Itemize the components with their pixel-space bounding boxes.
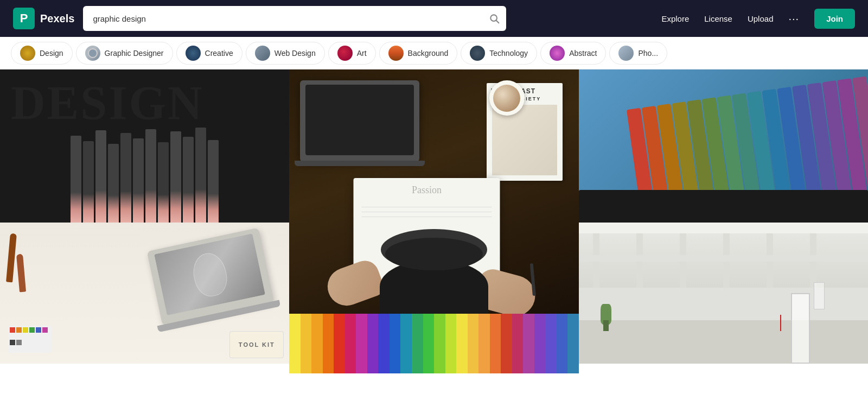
rainbow-bar (545, 314, 557, 373)
rainbow-bar (512, 314, 524, 373)
photo-design-pencils[interactable]: DESIGN (0, 69, 289, 223)
search-bar (83, 6, 506, 31)
rainbow-bar (523, 314, 534, 373)
category-label-web-design: Web Design (275, 49, 316, 58)
photo-workspace-tools[interactable]: TOOL KIT (0, 223, 289, 364)
nav-license[interactable]: License (704, 14, 732, 23)
category-abstract[interactable]: Abstract (540, 42, 606, 65)
category-background[interactable]: Background (379, 42, 458, 65)
rainbow-bar (412, 314, 423, 373)
category-thumb-web-design (255, 46, 270, 61)
grid-col-3 (579, 69, 868, 373)
rainbow-bar (323, 314, 334, 373)
nav-explore[interactable]: Explore (661, 14, 689, 23)
category-label-creative: Creative (205, 49, 233, 58)
rainbow-bar (311, 314, 323, 373)
category-graphic-designer[interactable]: Graphic Designer (76, 42, 173, 65)
photo-color-swatches[interactable] (579, 69, 868, 223)
photo-rainbow-bars[interactable] (289, 314, 578, 373)
category-technology[interactable]: Technology (461, 42, 537, 65)
rainbow-bar (367, 314, 379, 373)
search-button[interactable] (489, 13, 500, 24)
rainbow-bar (378, 314, 390, 373)
header: P Pexels Explore License Upload ··· Join (0, 0, 868, 37)
rainbow-bar (434, 314, 445, 373)
grid-col-1: DESIGN (0, 69, 289, 373)
category-photo[interactable]: Pho... (609, 42, 667, 65)
category-label-design: Design (40, 49, 63, 58)
category-art[interactable]: Art (328, 42, 376, 65)
category-web-design[interactable]: Web Design (246, 42, 325, 65)
category-bar: Design Graphic Designer Creative Web Des… (0, 37, 868, 69)
category-thumb-graphic-designer (85, 46, 100, 61)
rainbow-bar (334, 314, 345, 373)
category-design[interactable]: Design (11, 42, 73, 65)
logo-icon: P (13, 8, 35, 29)
category-creative[interactable]: Creative (176, 42, 242, 65)
search-input[interactable] (83, 6, 506, 31)
rainbow-bar (423, 314, 435, 373)
rainbow-bar (289, 314, 301, 373)
category-thumb-design (20, 46, 35, 61)
category-thumb-art (337, 46, 353, 61)
rainbow-bar (567, 314, 578, 373)
photo-interior-room[interactable] (579, 223, 868, 364)
category-thumb-photo (618, 46, 634, 61)
logo-text: Pexels (40, 12, 74, 25)
category-thumb-technology (470, 46, 485, 61)
category-label-abstract: Abstract (569, 49, 597, 58)
category-thumb-creative (186, 46, 201, 61)
photo-writing-person[interactable]: HYPEBEAST HIGHSNOBIETY Passion (289, 69, 578, 314)
rainbow-bar (390, 314, 401, 373)
photo-grid: DESIGN (0, 69, 868, 373)
rainbow-bar (501, 314, 512, 373)
rainbow-bar (356, 314, 367, 373)
category-label-photo: Pho... (638, 49, 658, 58)
category-label-background: Background (408, 49, 449, 58)
nav-more[interactable]: ··· (788, 12, 799, 25)
rainbow-bar (468, 314, 479, 373)
rainbow-bar (557, 314, 568, 373)
rainbow-bar (478, 314, 490, 373)
rainbow-bar (445, 314, 457, 373)
grid-col-2: HYPEBEAST HIGHSNOBIETY Passion (289, 69, 578, 373)
category-label-graphic-designer: Graphic Designer (105, 49, 164, 58)
rainbow-bar (345, 314, 356, 373)
category-thumb-background (388, 46, 404, 61)
category-label-art: Art (357, 49, 367, 58)
logo[interactable]: P Pexels (13, 8, 74, 29)
category-label-technology: Technology (489, 49, 528, 58)
rainbow-bar (301, 314, 312, 373)
rainbow-bar (490, 314, 501, 373)
svg-line-1 (496, 21, 499, 23)
join-button[interactable]: Join (814, 9, 855, 29)
nav: Explore License Upload ··· Join (661, 9, 855, 29)
nav-upload[interactable]: Upload (748, 14, 774, 23)
rainbow-bar (400, 314, 412, 373)
rainbow-bar (534, 314, 546, 373)
category-thumb-abstract (550, 46, 565, 61)
rainbow-bar (456, 314, 468, 373)
